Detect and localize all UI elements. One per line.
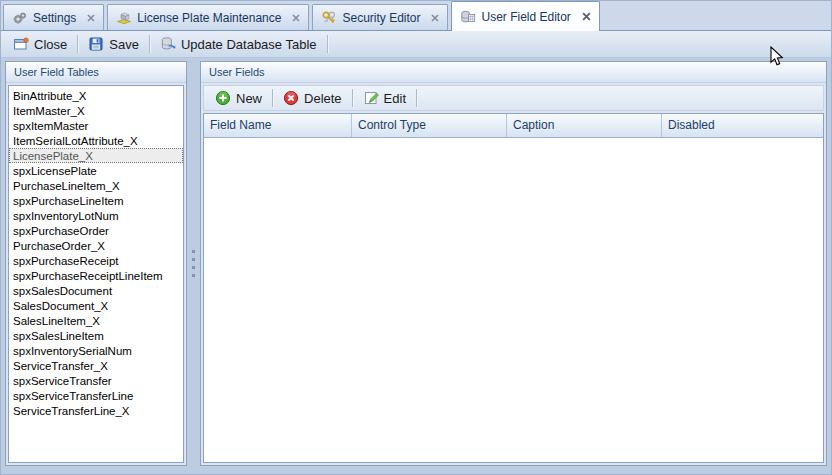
list-item[interactable]: spxServiceTransfer (9, 373, 183, 388)
new-icon (215, 90, 231, 106)
grid-column-header[interactable]: Field Name (204, 114, 352, 137)
tab-bar: Settings License Plate Maintenance Secur… (1, 1, 831, 31)
close-button[interactable]: Close (6, 34, 74, 54)
user-fields-grid: Field NameControl TypeCaptionDisabled (203, 113, 824, 463)
user-fields-panel: User Fields New Delete (200, 61, 827, 466)
right-panel-title: User Fields (201, 62, 826, 83)
tab-close-icon[interactable] (582, 12, 591, 21)
update-database-icon (160, 36, 176, 52)
toolbar-separator (327, 35, 328, 53)
splitter-grip-dot (192, 250, 195, 253)
main-content: User Field Tables BinAttribute_XItemMast… (1, 58, 831, 474)
close-button-label: Close (34, 37, 67, 52)
tab-label: Security Editor (342, 11, 420, 25)
security-keys-icon (321, 10, 337, 26)
list-item[interactable]: spxPurchaseOrder (9, 223, 183, 238)
grid-column-header[interactable]: Caption (507, 114, 662, 137)
list-item[interactable]: PurchaseLineItem_X (9, 178, 183, 193)
update-database-table-button[interactable]: Update Database Table (153, 34, 324, 54)
list-item[interactable]: spxServiceTransferLine (9, 388, 183, 403)
edit-button[interactable]: Edit (356, 89, 413, 107)
save-icon (88, 36, 104, 52)
list-item[interactable]: SalesLineItem_X (9, 313, 183, 328)
user-fields-toolbar: New Delete Edit (203, 85, 824, 111)
panel-splitter[interactable] (187, 61, 200, 466)
tab-user-field-editor[interactable]: User Field Editor (451, 1, 599, 31)
tab-label: User Field Editor (481, 10, 570, 24)
list-item[interactable]: spxInventoryLotNum (9, 208, 183, 223)
grid-column-header[interactable]: Control Type (352, 114, 507, 137)
tab-label: License Plate Maintenance (137, 11, 281, 25)
list-item[interactable]: BinAttribute_X (9, 88, 183, 103)
delete-button[interactable]: Delete (276, 89, 349, 107)
toolbar-separator (149, 35, 150, 53)
delete-button-label: Delete (304, 91, 342, 106)
list-item[interactable]: spxSalesLineItem (9, 328, 183, 343)
toolbar-separator (77, 35, 78, 53)
toolbar-separator (352, 89, 353, 107)
tab-close-icon[interactable] (431, 14, 439, 22)
new-button-label: New (236, 91, 262, 106)
tab-close-icon[interactable] (87, 14, 95, 22)
list-item[interactable]: LicensePlate_X (9, 148, 183, 163)
tab-label: Settings (33, 11, 76, 25)
grid-body-empty[interactable] (204, 138, 823, 462)
list-item[interactable]: ItemMaster_X (9, 103, 183, 118)
splitter-grip-dot (192, 274, 195, 277)
splitter-grip-dot (192, 266, 195, 269)
tab-settings[interactable]: Settings (3, 4, 104, 30)
list-item[interactable]: spxPurchaseLineItem (9, 193, 183, 208)
list-item[interactable]: spxLicensePlate (9, 163, 183, 178)
gears-icon (12, 10, 28, 26)
list-item[interactable]: ServiceTransfer_X (9, 358, 183, 373)
user-field-tables-panel: User Field Tables BinAttribute_XItemMast… (5, 61, 187, 466)
table-list: BinAttribute_XItemMaster_XspxItemMasterI… (8, 85, 184, 463)
update-database-button-label: Update Database Table (181, 37, 317, 52)
toolbar-separator (416, 89, 417, 107)
list-item[interactable]: spxSalesDocument (9, 283, 183, 298)
toolbar-separator (272, 89, 273, 107)
save-button[interactable]: Save (81, 34, 146, 54)
list-item[interactable]: ItemSerialLotAttribute_X (9, 133, 183, 148)
grid-column-header[interactable]: Disabled (662, 114, 823, 137)
close-window-icon (13, 36, 29, 52)
edit-button-label: Edit (384, 91, 406, 106)
new-button[interactable]: New (208, 89, 269, 107)
tab-close-icon[interactable] (292, 14, 300, 22)
grid-header-row: Field NameControl TypeCaptionDisabled (204, 114, 823, 138)
list-item[interactable]: spxPurchaseReceiptLineItem (9, 268, 183, 283)
tab-license-plate-maintenance[interactable]: License Plate Maintenance (107, 4, 309, 30)
left-panel-title: User Field Tables (6, 62, 186, 83)
database-table-icon (460, 9, 476, 25)
edit-icon (363, 90, 379, 106)
delete-icon (283, 90, 299, 106)
license-plate-icon (116, 10, 132, 26)
list-item[interactable]: spxInventorySerialNum (9, 343, 183, 358)
save-button-label: Save (109, 37, 139, 52)
splitter-grip-dot (192, 258, 195, 261)
tab-security-editor[interactable]: Security Editor (312, 4, 448, 30)
list-item[interactable]: SalesDocument_X (9, 298, 183, 313)
list-item[interactable]: ServiceTransferLine_X (9, 403, 183, 418)
list-item[interactable]: spxItemMaster (9, 118, 183, 133)
main-toolbar: Close Save Update Database Table (1, 31, 831, 58)
list-item[interactable]: PurchaseOrder_X (9, 238, 183, 253)
list-item[interactable]: spxPurchaseReceipt (9, 253, 183, 268)
user-field-editor-window: Settings License Plate Maintenance Secur… (0, 0, 832, 475)
